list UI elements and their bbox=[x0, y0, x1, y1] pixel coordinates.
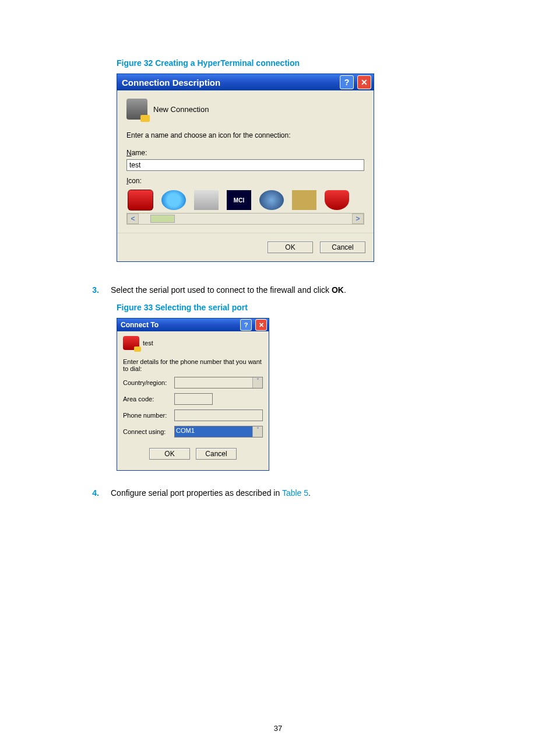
scroll-left-icon[interactable]: < bbox=[127, 214, 139, 224]
help-button[interactable]: ? bbox=[240, 319, 252, 331]
step-3: 3. Select the serial port used to connec… bbox=[87, 285, 469, 295]
telephony-icon bbox=[123, 336, 139, 350]
figure-32-caption: Figure 32 Creating a HyperTerminal conne… bbox=[117, 58, 469, 68]
phone-number-label: Phone number: bbox=[123, 412, 171, 419]
chevron-down-icon: ˅ bbox=[252, 377, 262, 388]
dialog2-title: Connect To bbox=[121, 321, 237, 329]
step-4-text: Configure serial port properties as desc… bbox=[111, 488, 469, 498]
icon-option-mci[interactable]: MCI bbox=[227, 190, 251, 210]
icon-option-ge[interactable] bbox=[259, 190, 284, 210]
step-4: 4. Configure serial port properties as d… bbox=[87, 488, 469, 498]
step-4-number: 4. bbox=[87, 488, 99, 498]
icon-label: Icon: bbox=[126, 177, 364, 185]
area-code-input[interactable] bbox=[174, 393, 213, 405]
prompt-text: Enter a name and choose an icon for the … bbox=[126, 131, 364, 139]
step-3-text: Select the serial port used to connect t… bbox=[111, 285, 469, 295]
step-3-number: 3. bbox=[87, 285, 99, 295]
icon-option-umbrella[interactable] bbox=[325, 190, 349, 210]
name-label: Name: bbox=[126, 149, 364, 157]
telephony-icon bbox=[126, 99, 147, 120]
icon-picker: MCI bbox=[126, 187, 364, 212]
dialog2-titlebar: Connect To ? ✕ bbox=[117, 318, 269, 331]
cancel-button[interactable]: Cancel bbox=[196, 448, 237, 460]
ok-button[interactable]: OK bbox=[268, 242, 313, 253]
connect-to-dialog: Connect To ? ✕ test Enter details for th… bbox=[117, 318, 269, 471]
dialog1-titlebar: Connection Description ? ✕ bbox=[117, 74, 374, 90]
page-number: 37 bbox=[0, 724, 556, 733]
area-code-label: Area code: bbox=[123, 396, 171, 402]
icon-option-newspaper[interactable] bbox=[194, 190, 219, 210]
scroll-right-icon[interactable]: > bbox=[352, 214, 364, 224]
connect-using-label: Connect using: bbox=[123, 428, 171, 435]
name-input[interactable] bbox=[126, 159, 364, 171]
country-label: Country/region: bbox=[123, 379, 171, 386]
help-button[interactable]: ? bbox=[340, 75, 354, 89]
figure-33-caption: Figure 33 Selecting the serial port bbox=[117, 303, 469, 312]
ok-button[interactable]: OK bbox=[149, 448, 190, 460]
connect-using-select[interactable]: COM1 ˅ bbox=[174, 426, 263, 438]
dialog2-prompt: Enter details for the phone number that … bbox=[123, 358, 263, 372]
dialog1-title: Connection Description bbox=[122, 78, 336, 88]
icon-option-globe[interactable] bbox=[161, 190, 186, 210]
scroll-thumb[interactable] bbox=[150, 215, 175, 223]
icon-scrollbar[interactable]: < > bbox=[126, 213, 364, 225]
chevron-down-icon: ˅ bbox=[252, 426, 262, 437]
table-5-link[interactable]: Table 5 bbox=[282, 488, 308, 498]
connection-description-dialog: Connection Description ? ✕ New Connectio… bbox=[117, 74, 374, 262]
connect-using-value: COM1 bbox=[175, 426, 252, 437]
close-button[interactable]: ✕ bbox=[357, 75, 371, 89]
country-select[interactable]: ˅ bbox=[174, 377, 263, 388]
phone-number-input[interactable] bbox=[174, 410, 263, 421]
icon-option-notepad[interactable] bbox=[292, 190, 316, 210]
icon-option-phone[interactable] bbox=[128, 190, 153, 211]
close-button[interactable]: ✕ bbox=[255, 319, 267, 331]
cancel-button[interactable]: Cancel bbox=[320, 242, 365, 253]
new-connection-label: New Connection bbox=[153, 105, 209, 114]
connection-name-label: test bbox=[143, 340, 153, 346]
